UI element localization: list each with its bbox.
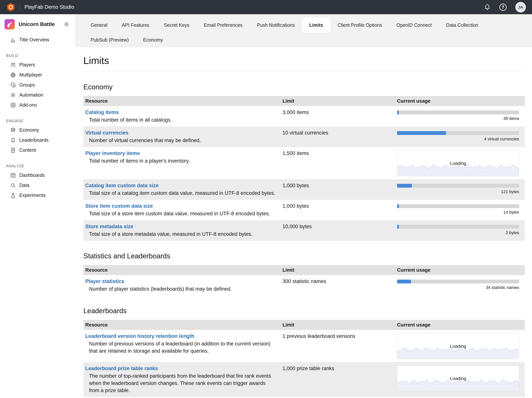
- sidebar-item-automation[interactable]: Automation: [0, 90, 75, 100]
- usage-label: 14 bytes: [397, 210, 519, 215]
- limit-value: 300 statistic names: [281, 275, 395, 296]
- sidebar-item-dashboards[interactable]: Dashboards: [0, 170, 75, 180]
- tab-secret-keys[interactable]: Secret Keys: [157, 18, 197, 33]
- loading-label: Loading: [450, 344, 466, 349]
- usage-bar-fill: [397, 111, 399, 114]
- tab-pubsub-preview[interactable]: PubSub (Preview): [83, 33, 136, 47]
- globe-icon: [10, 72, 16, 78]
- resource-link-store-item-custom-data-size[interactable]: Store item custom data size: [85, 202, 153, 210]
- sidebar-item-multiplayer[interactable]: Multiplayer: [0, 70, 75, 80]
- sidebar-item-experiments[interactable]: Experiments: [0, 190, 75, 200]
- column-header-usage: Current usage: [395, 320, 525, 330]
- column-header-resource: Resource: [83, 265, 281, 275]
- sidebar-item-label: Groups: [19, 82, 35, 88]
- economy-icon: [10, 127, 16, 133]
- usage-bar-fill: [397, 280, 411, 283]
- page-content: Limits Economy Resource Limit Current us…: [75, 47, 532, 398]
- limit-value: 1,000 prize table ranks: [281, 362, 395, 397]
- limit-value: 1,000 bytes: [281, 179, 395, 200]
- usage-bar-track: [397, 131, 519, 135]
- usage-bar-track: [397, 280, 519, 283]
- usage-bar-fill: [397, 131, 446, 135]
- column-header-limit: Limit: [281, 265, 395, 275]
- magnifier-icon: [10, 183, 16, 188]
- usage-cell: 39 items: [395, 106, 525, 127]
- tab-data-collection[interactable]: Data Collection: [439, 18, 486, 33]
- sidebar-item-economy[interactable]: Economy: [0, 125, 75, 135]
- section-heading-economy: Economy: [83, 83, 525, 91]
- limits-table: Resource Limit Current usage Leaderboard…: [83, 320, 525, 397]
- title-settings-gear-icon[interactable]: [64, 21, 69, 27]
- limit-value: 1 previous leaderboard versions: [281, 330, 395, 362]
- tab-economy[interactable]: Economy: [136, 33, 170, 47]
- notifications-bell-icon[interactable]: [484, 4, 491, 11]
- sidebar-item-add-ons[interactable]: Add-ons: [0, 100, 75, 110]
- usage-cell: 2 bytes: [395, 220, 525, 241]
- table-row-catalog-item-custom-data-size: Catalog item custom data size Total size…: [83, 179, 525, 200]
- playfab-logo-icon[interactable]: [6, 2, 16, 12]
- sidebar-item-label: Economy: [19, 127, 39, 133]
- column-header-usage: Current usage: [395, 265, 525, 275]
- automation-icon: [10, 92, 16, 98]
- usage-loading-chart: Loading: [397, 365, 519, 391]
- resource-description: The number of top-ranked participants fr…: [85, 372, 277, 394]
- sidebar-item-content[interactable]: Content: [0, 145, 75, 155]
- loading-label: Loading: [450, 161, 466, 166]
- limits-section: Statistics and Leaderboards Resource Lim…: [83, 252, 525, 296]
- table-row-player-statistics: Player statistics Number of player stati…: [83, 275, 525, 296]
- resource-description: Number of virtual currencies that may be…: [85, 137, 277, 144]
- resource-link-virtual-currencies[interactable]: Virtual currencies: [85, 129, 128, 136]
- column-header-usage: Current usage: [395, 96, 525, 106]
- help-icon[interactable]: ?: [500, 4, 507, 11]
- section-heading-statistics-and-leaderboards: Statistics and Leaderboards: [83, 252, 525, 260]
- resource-description: Total size of a store item custom data v…: [85, 210, 277, 217]
- table-row-store-item-custom-data-size: Store item custom data size Total size o…: [83, 200, 525, 220]
- resource-link-leaderboard-version-history-retention-length[interactable]: Leaderboard version history retention le…: [85, 333, 194, 340]
- resource-link-store-metadata-size[interactable]: Store metadata size: [85, 223, 133, 230]
- sidebar-item-leaderboards[interactable]: Leaderboards: [0, 135, 75, 145]
- limit-value: 3,000 items: [281, 106, 395, 127]
- sidebar-item-label: Leaderboards: [19, 137, 49, 143]
- sidebar-item-data[interactable]: Data: [0, 180, 75, 190]
- usage-cell: 4 virtual currencies: [395, 127, 525, 147]
- title-name[interactable]: Unicorn Battle: [19, 21, 55, 27]
- sidebar-item-players[interactable]: Players: [0, 60, 75, 70]
- resource-link-catalog-item-custom-data-size[interactable]: Catalog item custom data size: [85, 182, 158, 189]
- user-avatar[interactable]: JA: [515, 2, 526, 13]
- usage-label: 2 bytes: [397, 230, 519, 235]
- tab-limits[interactable]: Limits: [302, 18, 330, 33]
- sidebar-item-groups[interactable]: Groups: [0, 80, 75, 90]
- usage-cell: Loading: [395, 330, 525, 362]
- tab-email-preferences[interactable]: Email Preferences: [197, 18, 250, 33]
- tab-bar: GeneralAPI FeaturesSecret KeysEmail Pref…: [75, 14, 532, 47]
- tab-push-notifications[interactable]: Push Notifications: [250, 18, 302, 33]
- usage-bar-track: [397, 111, 519, 114]
- resource-description: Total number of items in all catalogs.: [85, 116, 277, 124]
- resource-link-player-inventory-items[interactable]: Player inventory items: [85, 150, 140, 157]
- resource-description: Total size of a store metadata value, me…: [85, 230, 277, 238]
- usage-cell: 34 statistic names: [395, 275, 525, 296]
- tab-client-profile-options[interactable]: Client Profile Options: [330, 18, 389, 33]
- table-row-player-inventory-items: Player inventory items Total number of i…: [83, 147, 525, 179]
- main-area: GeneralAPI FeaturesSecret KeysEmail Pref…: [75, 14, 532, 398]
- sidebar-item-label: Add-ons: [19, 102, 37, 108]
- title-divider: [83, 72, 525, 72]
- tab-api-features[interactable]: API Features: [115, 18, 157, 33]
- sidebar-item-label: Experiments: [19, 193, 46, 198]
- table-row-virtual-currencies: Virtual currencies Number of virtual cur…: [83, 127, 525, 147]
- resource-link-leaderboard-prize-table-ranks[interactable]: Leaderboard prize table ranks: [85, 365, 158, 372]
- tab-openid-connect[interactable]: OpenID Connect: [389, 18, 439, 33]
- groups-icon: [10, 82, 16, 88]
- section-heading-leaderboards: Leaderboards: [83, 307, 525, 315]
- topbar: PlayFab Demo Studio ? JA: [0, 0, 532, 14]
- usage-bar-track: [397, 204, 519, 208]
- sidebar-section: ANALYZE Dashboards Data Experiments: [0, 164, 75, 200]
- limit-value: 1,000 bytes: [281, 200, 395, 220]
- usage-label: 4 virtual currencies: [397, 137, 519, 142]
- sidebar-item-title-overview[interactable]: Title Overview: [0, 35, 75, 45]
- limits-table: Resource Limit Current usage Catalog ite…: [83, 96, 525, 241]
- resource-link-catalog-items[interactable]: Catalog items: [85, 109, 119, 116]
- resource-link-player-statistics[interactable]: Player statistics: [85, 278, 124, 285]
- sidebar: Unicorn Battle Title Overview BUILD Play…: [0, 14, 75, 398]
- tab-general[interactable]: General: [83, 18, 115, 33]
